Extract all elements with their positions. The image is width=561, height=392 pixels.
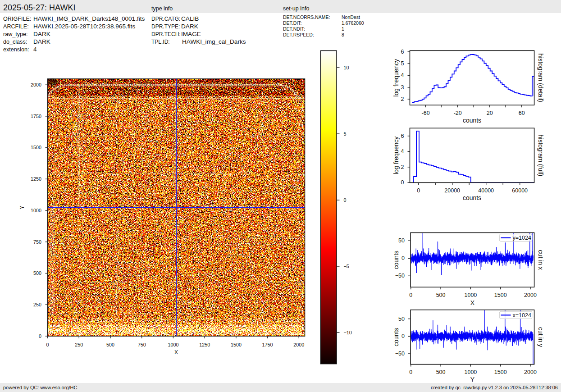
- svg-text:3: 3: [401, 84, 404, 91]
- svg-text:40000: 40000: [478, 187, 494, 194]
- svg-text:1.6762060: 1.6762060: [342, 20, 364, 26]
- svg-text:counts: counts: [392, 251, 400, 269]
- svg-text:powered by QC: www.eso.org/HC: powered by QC: www.eso.org/HC: [3, 385, 78, 390]
- svg-text:−10: −10: [344, 330, 352, 335]
- svg-text:8: 8: [342, 32, 344, 37]
- svg-text:X: X: [174, 349, 178, 356]
- svg-text:counts: counts: [463, 194, 481, 201]
- svg-text:DARK: DARK: [33, 38, 50, 45]
- svg-text:DET.DIT:: DET.DIT:: [283, 20, 301, 26]
- svg-text:NonDest: NonDest: [342, 14, 360, 20]
- svg-text:cut in x: cut in x: [537, 250, 544, 270]
- svg-text:1000: 1000: [31, 208, 41, 213]
- svg-text:DPR.TYPE:: DPR.TYPE:: [151, 23, 180, 30]
- svg-text:50: 50: [398, 237, 405, 244]
- svg-text:60: 60: [519, 110, 525, 116]
- svg-text:1750: 1750: [31, 114, 41, 119]
- svg-text:1500: 1500: [494, 369, 507, 375]
- svg-text:DPR.TECH:: DPR.TECH:: [151, 31, 181, 37]
- svg-text:ARCFILE:: ARCFILE:: [3, 23, 29, 30]
- svg-text:DARK: DARK: [181, 23, 198, 30]
- svg-text:1500: 1500: [231, 342, 242, 347]
- svg-text:−50: −50: [395, 273, 405, 279]
- svg-text:6: 6: [401, 133, 404, 139]
- svg-text:IMAGE: IMAGE: [181, 31, 201, 37]
- svg-text:Y: Y: [19, 205, 25, 209]
- svg-text:20000: 20000: [444, 187, 460, 194]
- svg-text:500: 500: [33, 270, 41, 276]
- svg-text:−50: −50: [395, 351, 405, 357]
- svg-text:0: 0: [401, 333, 405, 339]
- svg-text:1000: 1000: [168, 342, 178, 347]
- svg-text:0: 0: [409, 369, 412, 375]
- svg-text:−5: −5: [344, 264, 349, 269]
- svg-text:1000: 1000: [464, 292, 477, 298]
- svg-text:HAWKI_img_cal_Darks: HAWKI_img_cal_Darks: [182, 38, 246, 45]
- svg-text:0: 0: [401, 255, 405, 261]
- svg-text:750: 750: [138, 342, 146, 347]
- svg-text:log frequency: log frequency: [392, 59, 400, 97]
- svg-text:DET.RSPEED:: DET.RSPEED:: [283, 32, 314, 37]
- svg-text:1: 1: [342, 26, 344, 32]
- svg-text:4: 4: [33, 46, 37, 53]
- svg-text:extension:: extension:: [3, 46, 29, 53]
- svg-text:type info: type info: [151, 5, 173, 12]
- svg-text:4: 4: [401, 72, 404, 78]
- svg-text:10: 10: [344, 65, 349, 70]
- svg-text:do_class:: do_class:: [3, 39, 27, 45]
- svg-text:500: 500: [106, 342, 114, 347]
- svg-text:50: 50: [398, 316, 405, 322]
- svg-text:6: 6: [401, 49, 404, 55]
- svg-text:750: 750: [33, 239, 41, 245]
- svg-text:DARK: DARK: [33, 31, 50, 37]
- svg-text:DPR.CATG:: DPR.CATG:: [151, 16, 180, 22]
- svg-text:250: 250: [75, 342, 83, 347]
- svg-text:1500: 1500: [494, 292, 507, 298]
- svg-text:2025-05-27: HAWKI: 2025-05-27: HAWKI: [3, 3, 75, 12]
- svg-text:-20: -20: [454, 110, 462, 116]
- svg-text:0: 0: [46, 342, 49, 347]
- svg-text:2: 2: [401, 96, 404, 102]
- svg-text:2000: 2000: [524, 292, 537, 298]
- svg-text:4: 4: [401, 148, 404, 155]
- svg-text:cut in y: cut in y: [537, 327, 544, 347]
- svg-text:histogram (detail): histogram (detail): [537, 54, 544, 102]
- svg-text:2: 2: [401, 164, 404, 170]
- svg-text:X: X: [470, 299, 475, 306]
- svg-text:Y: Y: [470, 376, 475, 383]
- svg-text:DET.NDIT:: DET.NDIT:: [283, 26, 305, 32]
- svg-text:20: 20: [487, 110, 493, 116]
- svg-text:HAWKI.2025-05-28T10:25:38.965.: HAWKI.2025-05-28T10:25:38.965.fits: [33, 23, 135, 30]
- svg-text:1000: 1000: [464, 369, 477, 375]
- svg-text:set-up info: set-up info: [283, 5, 309, 12]
- svg-text:5: 5: [344, 131, 347, 137]
- svg-text:2000: 2000: [293, 342, 304, 347]
- svg-text:250: 250: [33, 302, 41, 307]
- svg-text:0: 0: [409, 292, 412, 298]
- svg-text:1750: 1750: [262, 342, 273, 347]
- svg-text:500: 500: [436, 369, 446, 375]
- svg-text:5: 5: [401, 60, 404, 67]
- svg-text:1250: 1250: [31, 176, 41, 182]
- svg-text:DET.NCORRS.NAME:: DET.NCORRS.NAME:: [283, 14, 330, 20]
- svg-text:log frequency: log frequency: [392, 137, 400, 174]
- svg-text:2000: 2000: [31, 82, 41, 87]
- svg-text:HAWKI_IMG_DARK_Darks148_0001.f: HAWKI_IMG_DARK_Darks148_0001.fits: [33, 15, 145, 22]
- svg-text:0: 0: [39, 333, 41, 339]
- svg-text:ORIGFILE:: ORIGFILE:: [3, 16, 31, 22]
- svg-text:CALIB: CALIB: [181, 15, 199, 22]
- svg-text:60000: 60000: [512, 187, 528, 194]
- svg-text:0: 0: [401, 179, 404, 186]
- svg-text:1500: 1500: [31, 145, 41, 150]
- svg-text:raw_type:: raw_type:: [3, 31, 28, 37]
- svg-text:counts: counts: [392, 328, 400, 346]
- svg-text:counts: counts: [463, 117, 481, 124]
- svg-text:created by qc_rawdisp.py v1.2.: created by qc_rawdisp.py v1.2.3 on 2025-…: [431, 385, 558, 390]
- svg-text:y=1024: y=1024: [512, 235, 531, 241]
- svg-text:0: 0: [344, 197, 347, 203]
- svg-text:-60: -60: [422, 110, 430, 116]
- svg-text:1250: 1250: [199, 342, 210, 347]
- svg-text:0: 0: [417, 187, 420, 194]
- svg-text:500: 500: [436, 292, 446, 298]
- svg-text:TPL.ID:: TPL.ID:: [151, 39, 170, 45]
